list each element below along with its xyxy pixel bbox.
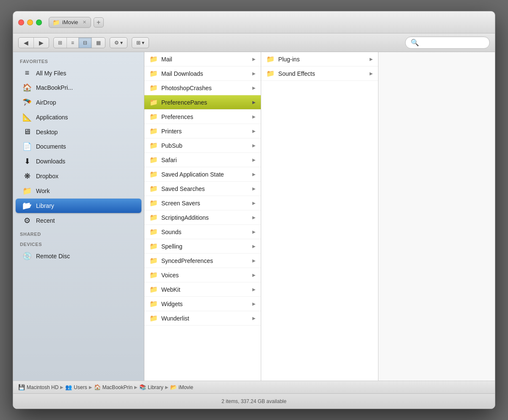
sidebar-item-applications[interactable]: 📐 Applications: [16, 110, 141, 124]
path-item-macintosh-hd[interactable]: 💾 Macintosh HD: [18, 384, 58, 390]
path-item-imovie[interactable]: 📂 iMovie: [170, 384, 193, 390]
chevron-right-icon: ▶: [252, 215, 256, 220]
tab-label: iMovie: [62, 19, 78, 25]
path-item-macbookprin[interactable]: 🏠 MacBookPrin: [94, 384, 133, 390]
item-label: PubSub: [161, 142, 182, 149]
tab-close-icon[interactable]: ✕: [83, 19, 86, 25]
item-label: Safari: [161, 157, 177, 163]
traffic-lights: [18, 19, 42, 25]
back-button[interactable]: ◀: [19, 38, 34, 48]
list-item[interactable]: 📁 Sound Effects ▶: [261, 66, 378, 81]
tab-folder-icon: 📁: [52, 19, 60, 26]
search-box[interactable]: 🔍: [405, 36, 490, 49]
list-item[interactable]: 📁 ScriptingAdditions ▶: [144, 210, 261, 225]
applications-icon: 📐: [22, 113, 32, 122]
library-icon: 📂: [22, 201, 32, 210]
item-label: Printers: [161, 128, 182, 135]
sidebar-item-downloads[interactable]: ⬇ Downloads: [16, 154, 141, 169]
titlebar: 📁 iMovie ✕ +: [13, 11, 495, 33]
list-item[interactable]: 📁 Screen Savers ▶: [144, 196, 261, 210]
item-label: Plug-ins: [278, 56, 300, 63]
item-label: Spelling: [161, 243, 182, 250]
icon-view-button[interactable]: ⊞: [54, 38, 67, 48]
folder-icon: 📁: [149, 98, 158, 106]
path-label: MacBookPrin: [102, 384, 133, 390]
sidebar-item-all-my-files[interactable]: ≡ All My Files: [16, 66, 141, 80]
folder-icon: 📁: [149, 300, 158, 308]
action-button[interactable]: ⚙ ▾: [110, 37, 127, 48]
pane-1: 📁 Mail ▶ 📁 Mail Downloads ▶ 📁 PhotoshopC…: [144, 52, 261, 381]
sidebar-item-dropbox[interactable]: ❋ Dropbox: [16, 169, 141, 183]
sidebar-item-label: Work: [36, 188, 50, 194]
list-view-button[interactable]: ≡: [67, 38, 79, 48]
folder-icon: 📁: [149, 170, 158, 178]
sidebar-item-airdrop[interactable]: 🪂 AirDrop: [16, 95, 141, 110]
path-label: Users: [74, 384, 87, 390]
sidebar-item-work[interactable]: 📁 Work: [16, 184, 141, 198]
list-item[interactable]: 📁 Mail Downloads ▶: [144, 66, 261, 81]
item-label: Sounds: [161, 229, 181, 235]
chevron-right-icon: ▶: [370, 57, 373, 61]
path-item-library[interactable]: 📚 Library: [139, 384, 163, 390]
search-icon: 🔍: [411, 39, 419, 47]
sidebar-item-label: Applications: [36, 114, 68, 121]
arrange-button[interactable]: ⊞ ▾: [132, 37, 149, 48]
list-item[interactable]: 📁 Spelling ▶: [144, 239, 261, 254]
list-item[interactable]: 📁 Mail ▶: [144, 52, 261, 66]
macbook-icon: 🏠: [22, 83, 32, 92]
sidebar-item-recent[interactable]: ⚙ Recent: [16, 213, 141, 228]
list-item[interactable]: 📁 Wunderlist ▶: [144, 311, 261, 326]
folder-icon: 📁: [149, 271, 158, 279]
new-tab-button[interactable]: +: [94, 17, 104, 28]
chevron-right-icon: ▶: [252, 258, 256, 263]
sidebar-item-documents[interactable]: 📄 Documents: [16, 139, 141, 154]
tab-area: 📁 iMovie ✕ +: [49, 17, 490, 28]
finder-window: 📁 iMovie ✕ + ◀ ▶ ⊞ ≡ ⊟ ▦ ⚙ ▾ ⊞ ▾ 🔍: [13, 11, 495, 409]
maximize-button[interactable]: [36, 19, 42, 25]
list-item[interactable]: 📁 Saved Application State ▶: [144, 167, 261, 182]
close-button[interactable]: [18, 19, 24, 25]
item-label: Preferences: [161, 113, 193, 120]
sidebar-item-remote-disc[interactable]: 💿 Remote Disc: [16, 249, 141, 263]
folder-icon: 📁: [149, 55, 158, 63]
devices-label: DEVICES: [13, 238, 144, 249]
item-label: Widgets: [161, 301, 183, 307]
item-label: WebKit: [161, 286, 180, 293]
list-item[interactable]: 📁 Safari ▶: [144, 153, 261, 167]
action-dropdown-icon: ▾: [120, 40, 123, 46]
list-item[interactable]: 📁 Saved Searches ▶: [144, 182, 261, 196]
list-item[interactable]: 📁 PubSub ▶: [144, 138, 261, 153]
minimize-button[interactable]: [27, 19, 33, 25]
chevron-right-icon: ▶: [252, 172, 256, 177]
sidebar-item-label: Remote Disc: [36, 253, 70, 260]
forward-button[interactable]: ▶: [34, 38, 49, 48]
sidebar-item-desktop[interactable]: 🖥 Desktop: [16, 125, 141, 139]
folder-icon: 📁: [149, 156, 158, 164]
hard-drive-icon: 💾: [18, 384, 25, 390]
column-view-button[interactable]: ⊟: [79, 38, 92, 48]
list-item-selected[interactable]: 📁 PreferencePanes ▶: [144, 95, 261, 110]
sidebar-item-label: Recent: [36, 217, 55, 224]
list-item[interactable]: 📁 PhotoshopCrashes ▶: [144, 81, 261, 95]
sidebar-item-library[interactable]: 📂 Library: [16, 199, 141, 213]
tab-imovie[interactable]: 📁 iMovie ✕: [49, 17, 91, 28]
folder-icon: 📁: [149, 84, 158, 92]
list-item[interactable]: 📁 Printers ▶: [144, 124, 261, 138]
list-item[interactable]: 📁 WebKit ▶: [144, 282, 261, 297]
chevron-right-icon: ▶: [252, 114, 256, 119]
list-item[interactable]: 📁 Plug-ins ▶: [261, 52, 378, 66]
coverflow-view-button[interactable]: ▦: [92, 38, 105, 48]
sidebar-item-macbook[interactable]: 🏠 MacBookPri...: [16, 80, 141, 95]
downloads-icon: ⬇: [22, 157, 32, 166]
list-item[interactable]: 📁 Voices ▶: [144, 268, 261, 282]
list-item[interactable]: 📁 Sounds ▶: [144, 225, 261, 239]
remote-disc-icon: 💿: [22, 251, 32, 261]
list-item[interactable]: 📁 SyncedPreferences ▶: [144, 254, 261, 268]
search-input[interactable]: [421, 39, 484, 46]
path-item-users[interactable]: 👥 Users: [65, 384, 87, 390]
sidebar-item-label: Dropbox: [36, 173, 58, 180]
content-area: FAVORITES ≡ All My Files 🏠 MacBookPri...…: [13, 52, 495, 381]
list-item[interactable]: 📁 Preferences ▶: [144, 110, 261, 124]
list-item[interactable]: 📁 Widgets ▶: [144, 297, 261, 311]
sidebar-item-label: Library: [36, 202, 54, 209]
